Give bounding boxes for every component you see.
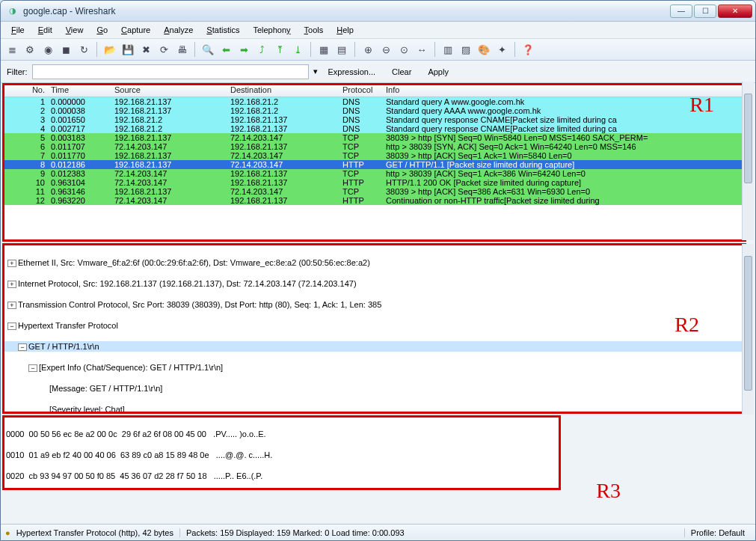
- packet-list[interactable]: 10.000000192.168.21.137192.168.21.2DNSSt…: [4, 97, 744, 205]
- print-icon[interactable]: 🖶: [173, 41, 190, 58]
- prefs-icon[interactable]: ✦: [494, 41, 510, 58]
- close-file-icon[interactable]: ✖: [138, 41, 154, 58]
- menu-analyze[interactable]: Analyze: [158, 24, 199, 36]
- forward-icon[interactable]: ➡: [236, 41, 252, 58]
- save-icon[interactable]: 💾: [120, 41, 136, 58]
- menu-go[interactable]: Go: [90, 24, 114, 36]
- packet-row[interactable]: 40.002717192.168.21.2192.168.21.137DNSSt…: [4, 124, 744, 133]
- menu-tools[interactable]: Tools: [298, 24, 330, 36]
- zoom-in-icon[interactable]: ⊕: [360, 41, 376, 58]
- restart-icon[interactable]: ↻: [76, 41, 92, 58]
- menu-view[interactable]: View: [60, 24, 90, 36]
- expression-button[interactable]: Expression...: [322, 66, 382, 78]
- back-icon[interactable]: ⬅: [218, 41, 234, 58]
- minimize-button[interactable]: —: [670, 4, 692, 18]
- clear-button[interactable]: Clear: [386, 66, 417, 78]
- colorize-icon[interactable]: ▦: [316, 41, 332, 58]
- tree-msg[interactable]: [Message: GET / HTTP/1.1\r\n]: [49, 384, 162, 393]
- packet-details-pane[interactable]: +Ethernet II, Src: Vmware_6f:a2:6f (00:0…: [2, 243, 746, 414]
- collapse-icon[interactable]: −: [28, 364, 37, 372]
- col-destination[interactable]: Destination: [229, 85, 341, 97]
- tree-expert[interactable]: [Expert Info (Chat/Sequence): GET / HTTP…: [39, 363, 223, 372]
- hex-ascii[interactable]: .PV..... )o.o..E.: [213, 430, 266, 438]
- tree-ip[interactable]: Internet Protocol, Src: 192.168.21.137 (…: [18, 279, 357, 288]
- menu-file[interactable]: File: [5, 24, 31, 36]
- expand-icon[interactable]: +: [7, 281, 16, 288]
- resize-cols-icon[interactable]: ↔: [414, 41, 430, 58]
- interfaces-icon[interactable]: ≣: [4, 41, 20, 58]
- tree-get[interactable]: GET / HTTP/1.1\r\n: [28, 342, 99, 351]
- packet-list-header[interactable]: No. Time Source Destination Protocol Inf…: [4, 85, 744, 97]
- autoscroll-icon[interactable]: ▤: [334, 41, 350, 58]
- help-icon[interactable]: ❓: [520, 41, 536, 58]
- packet-row[interactable]: 100.96310472.14.203.147192.168.21.137HTT…: [4, 178, 744, 187]
- filter-bar: Filter: ▾ Expression... Clear Apply: [1, 61, 755, 83]
- col-no[interactable]: No.: [4, 85, 49, 97]
- status-left: Hypertext Transfer Protocol (http), 42 b…: [16, 528, 173, 537]
- expand-icon[interactable]: +: [7, 260, 16, 267]
- packet-bytes-pane[interactable]: 0000 00 50 56 ec 8e a2 00 0c 29 6f a2 6f…: [2, 415, 561, 490]
- stop-icon[interactable]: ◼: [58, 41, 74, 58]
- collapse-icon[interactable]: −: [7, 323, 16, 330]
- options-icon[interactable]: ⚙: [22, 41, 38, 58]
- packet-row[interactable]: 10.000000192.168.21.137192.168.21.2DNSSt…: [4, 97, 744, 106]
- titlebar[interactable]: ◑ google.cap - Wireshark — ☐ ✕: [1, 1, 755, 22]
- hex-off: 0020: [6, 471, 24, 480]
- close-button[interactable]: ✕: [718, 4, 752, 18]
- goto-icon[interactable]: ⤴: [253, 41, 270, 58]
- packet-row[interactable]: 20.000038192.168.21.137192.168.21.2DNSSt…: [4, 106, 744, 115]
- menu-help[interactable]: Help: [331, 24, 360, 36]
- reload-icon[interactable]: ⟳: [156, 41, 172, 58]
- capture-filter-icon[interactable]: ▨: [458, 41, 474, 58]
- scrollbar[interactable]: [742, 244, 754, 415]
- status-profile[interactable]: Profile: Default: [684, 528, 751, 537]
- menu-statistics[interactable]: Statistics: [200, 24, 245, 36]
- start-icon[interactable]: ◉: [40, 41, 56, 58]
- tree-sev[interactable]: [Severity level: Chat]: [49, 405, 125, 414]
- packet-row[interactable]: 120.96322072.14.203.147192.168.21.137HTT…: [4, 196, 744, 205]
- bulb-icon[interactable]: ●: [5, 528, 10, 537]
- hex-ascii[interactable]: ....@.@. c.....H.: [216, 450, 273, 459]
- hex-off: 0000: [6, 430, 24, 438]
- open-icon[interactable]: 📂: [102, 41, 118, 58]
- packet-list-pane[interactable]: No. Time Source Destination Protocol Inf…: [2, 83, 746, 242]
- col-info[interactable]: Info: [384, 85, 744, 97]
- scrollbar[interactable]: [742, 82, 754, 240]
- tree-tcp[interactable]: Transmission Control Protocol, Src Port:…: [18, 300, 381, 309]
- menu-telephony[interactable]: Telephony: [247, 24, 296, 36]
- filter-label: Filter:: [7, 67, 28, 76]
- collapse-icon[interactable]: −: [18, 343, 27, 351]
- filter-input[interactable]: [32, 64, 309, 79]
- expand-icon[interactable]: +: [7, 302, 16, 309]
- menu-capture[interactable]: Capture: [115, 24, 156, 36]
- last-icon[interactable]: ⤓: [289, 41, 306, 58]
- col-source[interactable]: Source: [113, 85, 229, 97]
- zoom-out-icon[interactable]: ⊖: [378, 41, 394, 58]
- packet-row[interactable]: 80.012186192.168.21.13772.14.203.147HTTP…: [4, 160, 744, 169]
- col-time[interactable]: Time: [49, 85, 113, 97]
- toolbar: ≣ ⚙ ◉ ◼ ↻ 📂 💾 ✖ ⟳ 🖶 🔍 ⬅ ➡ ⤴ ⤒ ⤓ ▦ ▤ ⊕ ⊖ …: [1, 38, 755, 61]
- hex-bytes[interactable]: cb 93 94 97 00 50 f0 85 45 36 07 d2 28 f…: [29, 471, 207, 480]
- packet-row[interactable]: 70.011770192.168.21.13772.14.203.147TCP3…: [4, 151, 744, 160]
- col-protocol[interactable]: Protocol: [341, 85, 384, 97]
- zoom-fit-icon[interactable]: ⊙: [396, 41, 412, 58]
- tree-http[interactable]: Hypertext Transfer Protocol: [18, 321, 118, 330]
- packet-row[interactable]: 50.003183192.168.21.13772.14.203.147TCP3…: [4, 133, 744, 142]
- hex-ascii[interactable]: .....P.. E6..(.P.: [214, 471, 263, 480]
- app-icon: ◑: [7, 5, 19, 17]
- packet-row[interactable]: 30.001650192.168.21.2192.168.21.137DNSSt…: [4, 115, 744, 124]
- maximize-button[interactable]: ☐: [694, 4, 716, 18]
- packet-row[interactable]: 90.01238372.14.203.147192.168.21.137TCPh…: [4, 169, 744, 178]
- packet-row[interactable]: 60.01170772.14.203.147192.168.21.137TCPh…: [4, 142, 744, 151]
- tree-eth[interactable]: Ethernet II, Src: Vmware_6f:a2:6f (00:0c…: [18, 258, 370, 267]
- filter-dropdown-icon[interactable]: ▾: [313, 67, 318, 76]
- hex-bytes[interactable]: 01 a9 eb f2 40 00 40 06 63 89 c0 a8 15 8…: [29, 450, 209, 459]
- apply-button[interactable]: Apply: [422, 66, 455, 78]
- packet-row[interactable]: 110.963146192.168.21.13772.14.203.147TCP…: [4, 187, 744, 196]
- first-icon[interactable]: ⤒: [271, 41, 288, 58]
- filter-icon[interactable]: ▥: [440, 41, 456, 58]
- menu-edit[interactable]: Edit: [32, 24, 58, 36]
- hex-bytes[interactable]: 00 50 56 ec 8e a2 00 0c 29 6f a2 6f 08 0…: [29, 430, 206, 438]
- find-icon[interactable]: 🔍: [200, 41, 216, 58]
- coloring-rules-icon[interactable]: 🎨: [476, 41, 492, 58]
